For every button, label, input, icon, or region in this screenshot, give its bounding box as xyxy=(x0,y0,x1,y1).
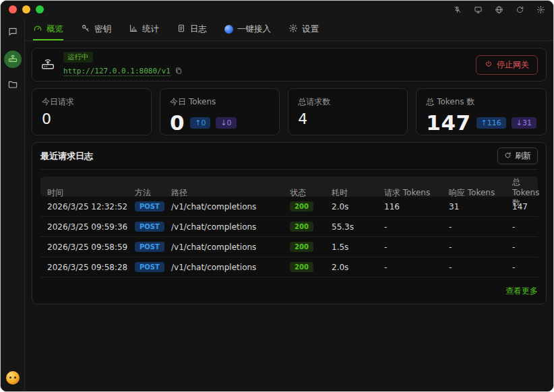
stats-row: 今日请求 0 今日 Tokens 0 ↑0 ↓0 总请求数 4 xyxy=(32,88,547,135)
cell-path: /v1/chat/completions xyxy=(171,263,290,272)
view-more-link[interactable]: 查看更多 xyxy=(505,286,538,297)
refresh-icon[interactable] xyxy=(515,5,524,14)
method-badge: POST xyxy=(135,262,164,272)
titlebar xyxy=(1,1,553,18)
copy-icon[interactable] xyxy=(175,65,183,77)
tab-keys[interactable]: 密钥 xyxy=(81,18,111,40)
traffic-lights xyxy=(9,5,44,13)
sphere-icon xyxy=(224,25,233,34)
tab-logs[interactable]: 日志 xyxy=(177,18,207,40)
stat-value: 147 xyxy=(426,110,470,135)
gateway-status-panel: 运行中 http://127.0.0.1:8080/v1 停止网关 xyxy=(32,48,547,81)
stat-value: 0 xyxy=(170,110,185,135)
stop-gateway-button[interactable]: 停止网关 xyxy=(476,55,538,75)
pin-off-icon[interactable] xyxy=(452,5,462,14)
cell-req-tokens: 116 xyxy=(384,202,449,211)
cell-path: /v1/chat/completions xyxy=(171,242,290,252)
cell-path: /v1/chat/completions xyxy=(171,202,290,211)
logs-table: 时间 方法 路径 状态 耗时 请求 Tokens 响应 Tokens 总 Tok… xyxy=(40,176,538,277)
tab-label: 统计 xyxy=(142,24,159,35)
tab-overview[interactable]: 概览 xyxy=(33,18,63,40)
refresh-button[interactable]: 刷新 xyxy=(497,148,538,164)
table-row[interactable]: 2026/3/25 12:32:52 POST /v1/chat/complet… xyxy=(40,197,538,217)
tab-label: 一键接入 xyxy=(237,24,271,35)
cell-req-tokens: - xyxy=(384,222,449,232)
cell-resp-tokens: - xyxy=(449,242,512,252)
col-path: 路径 xyxy=(171,187,290,199)
stat-label: 总 Tokens 数 xyxy=(426,96,536,108)
stat-value: 4 xyxy=(298,110,307,127)
app-window: 概览 密钥 统计 日志 xyxy=(0,0,554,392)
power-icon xyxy=(485,60,493,70)
sidebar-item-files[interactable] xyxy=(5,77,21,94)
cell-req-tokens: - xyxy=(384,263,449,272)
folder-icon xyxy=(7,79,18,92)
cell-total-tokens: - xyxy=(512,222,531,232)
cell-time: 2026/3/25 09:59:36 xyxy=(47,222,135,232)
status-badge: 200 xyxy=(290,242,313,252)
avatar[interactable] xyxy=(6,371,20,385)
cell-time: 2026/3/25 09:58:59 xyxy=(47,242,135,252)
gear-icon xyxy=(288,24,298,35)
chat-icon xyxy=(7,26,18,40)
refresh-label: 刷新 xyxy=(515,150,531,162)
table-header-row: 时间 方法 路径 状态 耗时 请求 Tokens 响应 Tokens 总 Tok… xyxy=(40,176,538,197)
titlebar-actions xyxy=(452,5,545,14)
tab-label: 设置 xyxy=(302,24,319,35)
status-badge: 运行中 xyxy=(63,52,93,63)
refresh-icon xyxy=(504,152,512,161)
status-badge: 200 xyxy=(290,222,313,232)
table-row[interactable]: 2026/3/25 09:58:59 POST /v1/chat/complet… xyxy=(40,237,538,257)
tokens-out-badge: ↓31 xyxy=(512,117,536,129)
cell-duration: 1.5s xyxy=(332,242,384,252)
sidebar xyxy=(1,18,25,391)
sidebar-item-chat[interactable] xyxy=(5,25,21,41)
bar-chart-icon xyxy=(129,24,138,35)
col-time: 时间 xyxy=(47,187,135,199)
col-method: 方法 xyxy=(135,187,171,199)
tab-bar: 概览 密钥 统计 日志 xyxy=(25,18,553,41)
tokens-in-badge: ↑116 xyxy=(476,117,506,129)
gateway-url[interactable]: http://127.0.0.1:8080/v1 xyxy=(63,67,171,76)
recent-logs-panel: 最近请求日志 刷新 时间 方法 路径 状态 xyxy=(32,142,547,304)
sidebar-item-gateway[interactable] xyxy=(4,51,22,68)
table-row[interactable]: 2026/3/25 09:59:36 POST /v1/chat/complet… xyxy=(40,217,538,237)
tab-label: 密钥 xyxy=(94,24,111,35)
tab-quick-connect[interactable]: 一键接入 xyxy=(224,18,271,40)
table-row[interactable]: 2026/3/25 09:58:28 POST /v1/chat/complet… xyxy=(40,257,538,277)
cell-req-tokens: - xyxy=(384,242,449,252)
globe-icon[interactable] xyxy=(494,5,503,14)
cell-time: 2026/3/25 12:32:52 xyxy=(47,202,135,211)
logs-icon xyxy=(177,24,186,35)
tab-settings[interactable]: 设置 xyxy=(288,18,319,40)
stat-value: 0 xyxy=(42,110,51,127)
stat-card-today-requests: 今日请求 0 xyxy=(32,88,152,135)
cell-path: /v1/chat/completions xyxy=(171,222,290,232)
status-badge: 200 xyxy=(290,201,313,211)
status-badge: 200 xyxy=(290,262,313,272)
tab-label: 概览 xyxy=(47,24,63,35)
monitor-icon[interactable] xyxy=(473,5,483,14)
logs-panel-title: 最近请求日志 xyxy=(40,150,93,162)
tab-stats[interactable]: 统计 xyxy=(129,18,159,40)
maximize-button[interactable] xyxy=(36,5,44,13)
tab-label: 日志 xyxy=(190,24,207,35)
gear-icon[interactable] xyxy=(536,5,545,14)
method-badge: POST xyxy=(135,222,164,232)
stat-label: 今日请求 xyxy=(42,96,142,108)
col-status: 状态 xyxy=(290,187,332,199)
stat-label: 总请求数 xyxy=(298,96,398,108)
col-duration: 耗时 xyxy=(332,187,384,199)
stat-card-total-tokens: 总 Tokens 数 147 ↑116 ↓31 xyxy=(416,88,547,135)
cell-duration: 2.0s xyxy=(332,202,384,211)
method-badge: POST xyxy=(135,201,164,211)
cell-resp-tokens: - xyxy=(449,222,512,232)
method-badge: POST xyxy=(135,242,164,252)
close-button[interactable] xyxy=(9,5,17,13)
cell-time: 2026/3/25 09:58:28 xyxy=(47,263,135,272)
cell-duration: 55.3s xyxy=(332,222,384,232)
stat-label: 今日 Tokens xyxy=(170,96,270,108)
key-icon xyxy=(81,24,90,35)
stat-card-total-requests: 总请求数 4 xyxy=(288,88,408,135)
minimize-button[interactable] xyxy=(22,5,30,13)
